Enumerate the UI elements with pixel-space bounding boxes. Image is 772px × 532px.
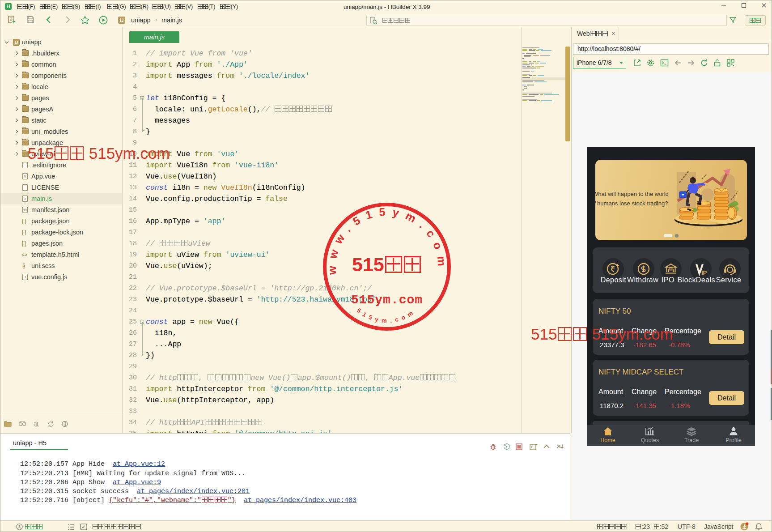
- svg-text:515ym.com: 515ym.com: [356, 307, 417, 324]
- svg-text:IP: IP: [701, 269, 707, 276]
